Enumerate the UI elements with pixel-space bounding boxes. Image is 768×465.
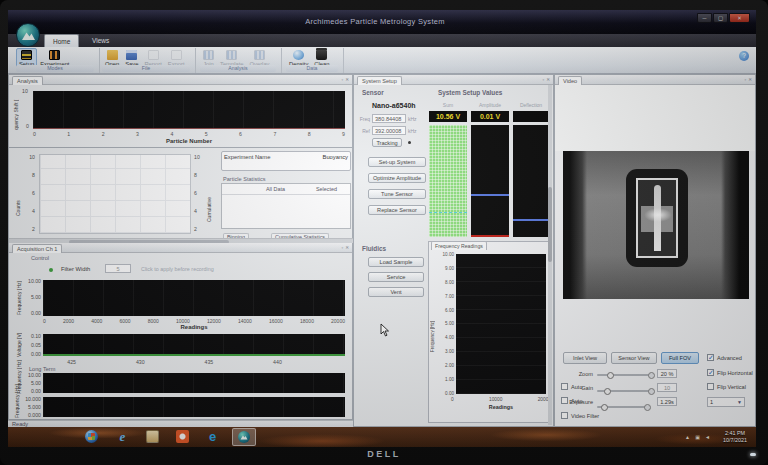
media-player-icon[interactable] (176, 430, 189, 443)
frequency-readings-tab[interactable]: Frequency Readings (431, 241, 487, 250)
app-logo-icon[interactable] (16, 23, 40, 47)
taskbar-clock[interactable]: 2:41 PM 10/7/2021 (717, 430, 753, 444)
chart1-y-axis-label: Frequency [Hz] (16, 281, 22, 315)
analysis-tab[interactable]: Analysis (12, 76, 43, 85)
tracking-button[interactable]: Tracking (372, 138, 402, 147)
exposure-value-box[interactable]: 1.29s (657, 397, 677, 406)
flip-vertical-checkbox[interactable] (707, 383, 714, 390)
filter-hint-text: Click to apply before recording (141, 266, 214, 272)
optimize-amplitude-button[interactable]: Optimize Amplitude (368, 173, 426, 183)
file-explorer-icon[interactable] (146, 430, 159, 443)
tab-home[interactable]: Home (44, 34, 79, 47)
video-blank-area (555, 85, 755, 151)
counts-ytick: 6 (32, 190, 35, 196)
service-button[interactable]: Service (368, 272, 424, 282)
panel-close-icon[interactable]: ✕ (345, 245, 349, 250)
close-icon[interactable]: ✕ (729, 13, 750, 23)
maximize-icon[interactable]: ▢ (713, 13, 728, 23)
analysis-x-axis-label: Particle Number (33, 138, 345, 144)
acquisition-tab[interactable]: Acquisition Ch 1 (12, 244, 62, 253)
panel-pin-icon[interactable]: ▫ (745, 77, 747, 82)
chevron-down-icon: ▼ (737, 399, 742, 405)
tray-show-hidden-icon[interactable]: ▲ (685, 434, 690, 440)
chart4-ytick: 0.000 (28, 412, 41, 418)
gain-value-box[interactable]: 10 (657, 383, 677, 392)
tray-network-icon[interactable]: ▣ (695, 434, 700, 440)
cumulative-ytick: 6 (194, 190, 197, 196)
histogram-panel: Counts 108642 108642 Cumulative Experime… (8, 148, 353, 245)
video-dropdown[interactable]: 1 ▼ (707, 397, 745, 407)
chart3-ytick: 0.00 (31, 388, 41, 394)
load-sample-button[interactable]: Load Sample (368, 257, 424, 267)
ribbon: Setup Experiment Modes Open Save Report … (8, 47, 756, 74)
advanced-checkbox[interactable] (707, 354, 714, 361)
system-setup-tab[interactable]: System Setup (357, 76, 402, 85)
start-button[interactable] (85, 430, 98, 443)
freq-readings-xtick: 10000 (489, 397, 502, 402)
ref-unit: kHz (408, 128, 417, 134)
gain-slider[interactable] (597, 390, 653, 392)
chart4-ytick: 5.000 (28, 404, 41, 410)
sensor-view-button[interactable]: Sensor View (611, 352, 657, 364)
panel-pin-icon[interactable]: ▫ (342, 245, 344, 250)
freq-readings-y-ticks: 10.009.008.007.006.005.004.003.002.001.0… (436, 252, 454, 396)
chart1-ytick: 0.00 (31, 310, 41, 316)
inlet-view-button[interactable]: Inlet View (563, 352, 607, 364)
app-taskbar-icon (238, 431, 250, 443)
analysis-xtick: 6 (239, 131, 242, 137)
panel-close-icon[interactable]: ✕ (345, 77, 349, 82)
ribbon-group-data: Density Clean Data (284, 48, 344, 73)
panel-pin-icon[interactable]: ▫ (342, 77, 344, 82)
experiment-name-field[interactable]: Experiment Name Buoyancy (221, 151, 351, 171)
panel-close-icon[interactable]: ✕ (748, 77, 752, 82)
video-panel: Video ▫✕ Inlet View Sensor View Full FOV… (554, 74, 756, 427)
replace-sensor-button[interactable]: Replace Sensor (368, 205, 426, 215)
minimize-icon[interactable]: ─ (697, 13, 712, 23)
zoom-slider[interactable] (597, 374, 653, 376)
panel-pin-icon[interactable]: ▫ (543, 77, 545, 82)
gauge-amplitude-value: 0.01 V (471, 111, 509, 122)
scrollbar-thumb[interactable] (548, 187, 552, 262)
monitor-bezel: Archimedes Particle Metrology System ─ ▢… (0, 0, 768, 465)
active-app-taskbar-button[interactable] (232, 428, 256, 446)
video-panel-header: Video ▫✕ (555, 75, 755, 85)
flip-horizontal-label: Flip Horizontal (717, 370, 753, 376)
tab-views[interactable]: Views (84, 34, 117, 47)
video-filter-checkbox[interactable] (561, 412, 568, 419)
setup-system-button[interactable]: Set-up System (368, 157, 426, 167)
ribbon-tabrow: Home Views (8, 34, 756, 47)
help-icon[interactable]: ? (739, 51, 749, 61)
freq-input[interactable]: 380.84408 (372, 114, 406, 123)
edge-browser-icon[interactable]: e (206, 430, 219, 443)
ref-input[interactable]: 392.00008 (372, 126, 406, 135)
video-tab[interactable]: Video (558, 76, 582, 85)
analysis-panel-header: Analysis ▫✕ (9, 75, 352, 85)
zoom-value-box[interactable]: 20 % (657, 369, 677, 378)
acquisition-panel-header: Acquisition Ch 1 ▫✕ (9, 243, 352, 253)
counts-ytick: 4 (32, 208, 35, 214)
system-setup-scrollbar[interactable] (548, 85, 552, 425)
tune-sensor-button[interactable]: Tune Sensor (368, 189, 426, 199)
counts-ytick: 8 (32, 172, 35, 178)
analysis-xtick: 1 (67, 131, 70, 137)
gauge-amplitude-label: Amplitude (471, 102, 509, 108)
exposure-slider[interactable] (597, 406, 649, 408)
stats-column-all-data: All Data (266, 186, 285, 192)
analysis-xtick: 8 (308, 131, 311, 137)
save-floppy-icon (126, 50, 137, 60)
flip-horizontal-checkbox[interactable] (707, 369, 714, 376)
filter-width-input[interactable]: 5 (105, 264, 131, 273)
analysis-xtick: 4 (170, 131, 173, 137)
tray-volume-icon[interactable]: ◄ (705, 434, 710, 440)
chart2-ytick: 0.10 (31, 333, 41, 339)
chart2-ytick: 0.05 (31, 342, 41, 348)
auto-gain-checkbox[interactable] (561, 383, 568, 390)
chart4-ytick: 10.000 (25, 396, 41, 402)
experiment-icon (49, 50, 60, 60)
full-fov-button[interactable]: Full FOV (661, 352, 699, 364)
internet-explorer-icon[interactable]: e (116, 430, 129, 443)
video-filter-label: Video Filter (571, 413, 599, 419)
panel-close-icon[interactable]: ✕ (546, 77, 550, 82)
vent-button[interactable]: Vent (368, 287, 424, 297)
overlay-icon (254, 50, 265, 60)
